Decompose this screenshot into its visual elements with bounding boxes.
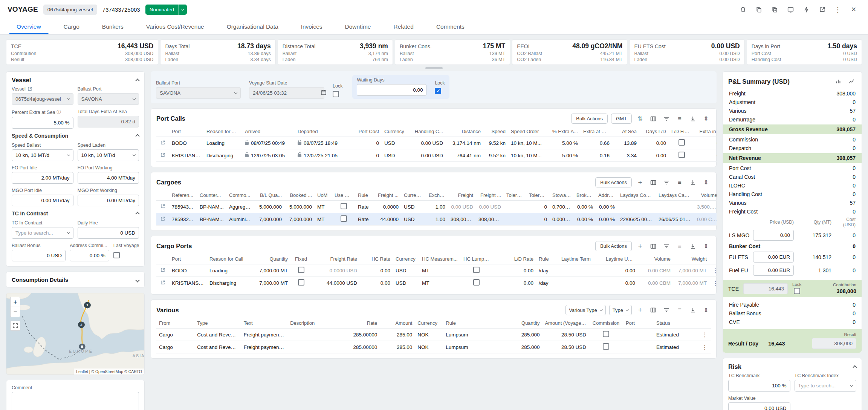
expand-icon[interactable]	[136, 277, 139, 283]
tc-benchmark-index-select[interactable]: Type to search...	[795, 380, 857, 392]
table-row[interactable]: Cargo Cost and Revenue Freight payment t…	[156, 329, 711, 341]
start-date-lock-checkbox[interactable]	[333, 91, 339, 97]
zoom-out-button[interactable]: −	[10, 307, 20, 317]
voyage-start-date-input[interactable]	[249, 87, 324, 99]
column-header[interactable]: Days L/D	[639, 126, 669, 137]
column-header[interactable]: Amount (Voyage C...	[542, 318, 589, 329]
column-header[interactable]: HC Rate	[360, 254, 393, 264]
status-badge[interactable]: Nominated	[145, 5, 187, 15]
type-select[interactable]: Type	[609, 305, 632, 315]
ld-fixed-checkbox[interactable]	[679, 152, 685, 158]
mgo-port-working-input[interactable]	[78, 195, 139, 206]
column-header[interactable]: Counter...	[197, 190, 226, 201]
column-header[interactable]: Currency	[393, 254, 419, 264]
unfold-icon[interactable]: ⇕	[701, 241, 711, 251]
column-header[interactable]: Freight Rate	[312, 254, 360, 264]
column-header[interactable]: Arrived	[242, 126, 295, 137]
column-header[interactable]: Freight	[448, 190, 476, 201]
unfold-icon[interactable]: ⇕	[701, 178, 711, 187]
column-header[interactable]: B/L Qua...	[254, 190, 284, 201]
tab-cargo[interactable]: Cargo	[52, 19, 91, 34]
collapse-icon[interactable]	[136, 133, 139, 139]
column-header[interactable]: HC Lumpsum	[461, 254, 492, 264]
column-header[interactable]: Rule	[536, 254, 559, 264]
column-header[interactable]: Port Cost	[351, 126, 382, 137]
various-type-select[interactable]: Various Type	[565, 305, 606, 315]
column-header[interactable]: Fixed	[290, 254, 312, 264]
line-chart-icon[interactable]	[847, 77, 856, 86]
download-icon[interactable]	[688, 178, 698, 187]
column-header[interactable]: Rate	[334, 318, 380, 329]
column-header[interactable]: Port	[169, 126, 204, 137]
ld-fixed-checkbox[interactable]	[679, 139, 685, 146]
fo-port-idle-input[interactable]	[12, 172, 73, 184]
use-max-checkbox[interactable]	[341, 203, 347, 209]
column-header[interactable]: Port	[623, 318, 654, 329]
filter-icon[interactable]	[662, 178, 671, 187]
menu-icon[interactable]: ≡	[675, 305, 685, 315]
more-icon[interactable]: ⋮	[831, 3, 845, 16]
fullscreen-icon[interactable]	[10, 321, 20, 331]
columns-icon[interactable]	[648, 241, 658, 251]
bulk-actions-button[interactable]: Bulk Actions	[595, 177, 632, 187]
column-header[interactable]: UoM	[315, 190, 332, 201]
mgo-port-idle-input[interactable]	[12, 195, 73, 206]
columns-icon[interactable]	[648, 305, 658, 315]
open-row-icon[interactable]	[160, 152, 165, 158]
column-header[interactable]: Volume	[694, 190, 717, 201]
tab-various-cost-revenue[interactable]: Various Cost/Revenue	[135, 19, 215, 34]
tce-lock-checkbox[interactable]	[794, 288, 800, 294]
column-header[interactable]: Freight ...	[375, 190, 401, 201]
table-row[interactable]: BODO Loading 08/07/25 00:49 08/07/25 18:…	[156, 137, 717, 149]
column-header[interactable]: HC Measurem...	[419, 254, 461, 264]
chevron-down-icon[interactable]	[178, 5, 187, 15]
column-header[interactable]: % Extra A...	[547, 126, 581, 137]
unfold-icon[interactable]: ⇕	[701, 114, 711, 124]
open-row-icon[interactable]	[160, 140, 165, 145]
table-row[interactable]: 785932... BP-NAM... Alumini... 7,000.000…	[156, 213, 717, 226]
tce-input[interactable]	[743, 283, 788, 294]
column-header[interactable]: From	[156, 318, 194, 329]
menu-icon[interactable]: ≡	[675, 114, 685, 124]
column-header[interactable]: Commo...	[226, 190, 254, 201]
hc-lumpsum-checkbox[interactable]	[473, 279, 480, 286]
column-header[interactable]: Quantity	[497, 318, 542, 329]
column-header[interactable]: Laydays Commence	[617, 190, 656, 201]
fixed-checkbox[interactable]	[298, 267, 304, 273]
percent-extra-input[interactable]	[12, 117, 73, 129]
speed-ballast-select[interactable]: 10 kn, 10 MT/d	[12, 149, 73, 161]
column-header[interactable]: Speed Order	[508, 126, 547, 137]
use-max-checkbox[interactable]	[341, 215, 347, 222]
column-header[interactable]: Handling C...	[409, 126, 446, 137]
waiting-days-lock-checkbox[interactable]	[435, 88, 441, 94]
add-icon[interactable]: +	[635, 241, 645, 251]
template-icon[interactable]	[784, 3, 797, 16]
column-header[interactable]: Referen...	[169, 190, 197, 201]
gmt-button[interactable]: GMT	[611, 114, 632, 124]
collapse-icon[interactable]	[853, 364, 856, 370]
bar-chart-icon[interactable]	[833, 77, 843, 86]
map-attribution[interactable]: Leaflet | © OpenStreetMap © CARTO	[74, 369, 144, 375]
tc-in-contract-select[interactable]: Type to search...	[12, 227, 73, 239]
map-canvas[interactable]: 1 2 B EUROPE ASIA	[6, 293, 144, 375]
collapse-icon[interactable]	[136, 210, 139, 217]
column-header[interactable]: Description	[287, 318, 334, 329]
column-header[interactable]: Tolerance	[526, 190, 550, 201]
tab-related[interactable]: Related	[382, 19, 425, 34]
column-header[interactable]: Volume	[638, 254, 673, 264]
table-row[interactable]: KRISTIANSAND Discharging 7,000.00 MT 44.…	[156, 277, 717, 289]
table-row[interactable]: Cargo Cost and Revenue Freight payment t…	[156, 341, 711, 353]
copy-icon[interactable]	[752, 3, 766, 16]
address-commission-input[interactable]	[70, 250, 109, 261]
last-voyage-checkbox[interactable]	[113, 252, 120, 258]
columns-icon[interactable]	[648, 178, 658, 187]
menu-icon[interactable]: ≡	[675, 178, 685, 187]
hc-lumpsum-checkbox[interactable]	[473, 267, 480, 273]
open-row-icon[interactable]	[160, 204, 165, 209]
menu-icon[interactable]: ≡	[675, 241, 685, 251]
unfold-icon[interactable]: ⇕	[701, 305, 711, 315]
bolt-icon[interactable]	[799, 3, 813, 16]
filter-icon[interactable]	[662, 114, 671, 124]
column-header[interactable]: Port	[169, 254, 207, 264]
tab-organisational-data[interactable]: Organisational Data	[215, 19, 290, 34]
